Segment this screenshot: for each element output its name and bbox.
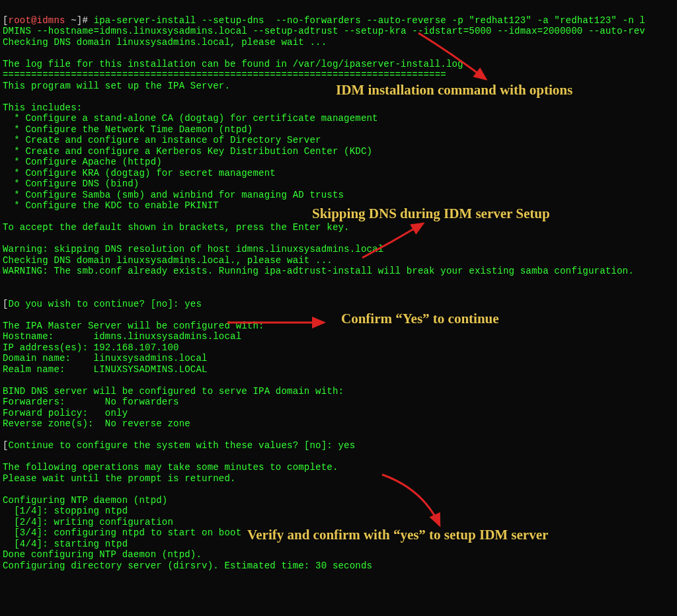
output-line: Checking DNS domain linuxsysadmins.local… (3, 37, 327, 48)
output-line: Domain name: linuxsysadmins.local (3, 353, 208, 364)
command-line-2: DMINS --hostname=idmns.linuxsysadmins.lo… (3, 26, 645, 36)
output-line: BIND DNS server will be configured to se… (3, 386, 344, 397)
output-line: * Configure the Network Time Daemon (ntp… (3, 124, 253, 135)
prompt-bracket: [ (3, 440, 9, 451)
output-line: This program will set up the IPA Server. (3, 81, 230, 91)
output-line: * Configure DNS (bind) (3, 178, 139, 189)
output-line: Forwarders: No forwarders (3, 397, 179, 407)
output-line: Configuring NTP daemon (ntpd) (3, 495, 167, 506)
output-line: IP address(es): 192.168.107.100 (3, 342, 179, 353)
output-line: * Configure a stand-alone CA (dogtag) fo… (3, 113, 378, 124)
output-line: Forward policy: only (3, 408, 128, 418)
confirm-values-prompt[interactable]: Continue to configure the system with th… (9, 440, 356, 451)
output-line: This includes: (3, 102, 82, 113)
output-line: * Configure Apache (httpd) (3, 157, 162, 167)
prompt-user: root@idmns (9, 15, 65, 26)
output-line: Please wait until the prompt is returned… (3, 473, 236, 484)
output-line: Realm name: LINUXSYSADMINS.LOCAL (3, 364, 208, 375)
output-line: * Configure Samba (smb) and winbind for … (3, 190, 344, 200)
output-line: * Configure the KDC to enable PKINIT (3, 200, 219, 211)
prompt-hash: # (82, 15, 93, 26)
output-line: [4/4]: starting ntpd (3, 539, 128, 549)
annotation-skip-dns: Skipping DNS during IDM server Setup (312, 208, 550, 219)
output-line: * Create and configure an instance of Di… (3, 135, 321, 145)
output-line: The IPA Master Server will be configured… (3, 321, 264, 331)
prompt-tilde: ~ (65, 15, 77, 26)
annotation-verify-confirm: Verify and confirm with “yes” to setup I… (247, 529, 548, 541)
output-line: Checking DNS domain linuxsysadmins.local… (3, 255, 333, 266)
command-line-1: ipa-server-install --setup-dns --no-forw… (94, 15, 645, 26)
output-line: [3/4]: configuring ntpd to start on boot (3, 527, 241, 538)
annotation-confirm-yes: Confirm “Yes” to continue (341, 313, 499, 325)
output-line: [2/4]: writing configuration (3, 517, 173, 527)
separator-line: ========================================… (3, 69, 446, 80)
output-line: [1/4]: stopping ntpd (3, 506, 128, 516)
output-line: Warning: skipping DNS resolution of host… (3, 244, 383, 254)
output-line: The following operations may take some m… (3, 462, 338, 473)
output-line: The log file for this installation can b… (3, 59, 463, 69)
prompt-bracket: [ (3, 299, 9, 309)
output-line: Done configuring NTP daemon (ntpd). (3, 549, 202, 560)
annotation-install-command: IDM installation command with options (336, 85, 573, 96)
output-line: Configuring directory server (dirsrv). E… (3, 560, 372, 571)
output-line: Hostname: idmns.linuxsysadmins.local (3, 331, 241, 342)
output-line: To accept the default shown in brackets,… (3, 222, 350, 233)
prompt-bracket-open: [ (3, 15, 9, 26)
output-line: WARNING: The smb.conf already exists. Ru… (3, 266, 634, 276)
output-line: Reverse zone(s): No reverse zone (3, 418, 190, 429)
output-line: * Create and configure a Kerberos Key Di… (3, 146, 372, 157)
output-line: * Configure KRA (dogtag) for secret mana… (3, 168, 276, 178)
confirm-continue-prompt[interactable]: Do you wish to continue? [no]: yes (9, 299, 202, 309)
